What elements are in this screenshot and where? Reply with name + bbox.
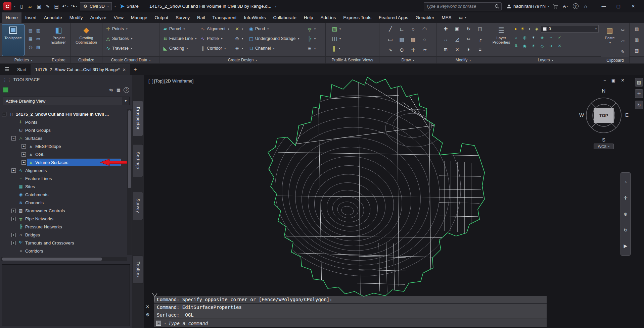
sample-lines-dropdown[interactable]: ∥▾ [330, 44, 342, 53]
layer-isolate-button[interactable]: ◎ [521, 34, 528, 41]
tree-item-14175-2-show-cut-and-fill-volume-in-civil[interactable]: −▯14175_2_Show Cut and Fill Volume in Ci… [0, 110, 127, 118]
collapse-toggle[interactable]: − [11, 136, 16, 141]
new-file-button[interactable]: ▯ [17, 2, 26, 11]
explode-button[interactable]: ✶ [464, 45, 473, 54]
rotate-button[interactable]: ↻ [464, 24, 473, 33]
drawing-canvas[interactable]: [−] [Top] [2D Wireframe] − ▣ ✕ ▤✛↻ N S W… [144, 75, 644, 328]
layer-lock-button[interactable]: ◈ [534, 25, 540, 32]
layer-unisolate-button[interactable]: ◉ [521, 42, 528, 49]
close-button[interactable]: ✕ [626, 1, 641, 11]
pan-button[interactable]: ✛ [622, 194, 630, 202]
design-center-button[interactable]: ▧ [34, 43, 43, 51]
panel-label-modify[interactable]: Modify▾ [436, 56, 490, 63]
scrollbar-thumb[interactable] [2, 258, 102, 261]
item-preview-icon[interactable]: ⇆ [109, 87, 113, 93]
layer-thaw-button[interactable]: ☀ [530, 42, 537, 49]
expand-toggle[interactable]: + [11, 168, 16, 173]
workspace-extra-arrow-icon[interactable]: ▾ [114, 5, 116, 8]
boundary-button[interactable]: ◌ [420, 35, 429, 44]
panel-label-explore[interactable]: Explore [47, 56, 70, 63]
menu-tab-analyze[interactable]: Analyze [87, 12, 110, 23]
layer-sun-button[interactable]: ☀ [519, 25, 526, 32]
panel-label-create-design[interactable]: Create Design▾ [159, 56, 325, 63]
layer-freeze-vp-button[interactable]: ◐ [526, 25, 533, 32]
gradient-button[interactable]: ▩ [409, 35, 418, 44]
mirror-button[interactable]: ◫ [476, 24, 485, 33]
panel-label-create-ground-data[interactable]: Create Ground Data▾ [102, 56, 159, 63]
panel-toggle-2-button[interactable]: ▥ [633, 35, 641, 44]
traverse-dropdown[interactable]: ∿Traverse▾ [104, 44, 134, 53]
redo-button[interactable]: ↷▾ [70, 2, 78, 11]
tree-item-surfaces[interactable]: −△Surfaces [0, 134, 127, 142]
expand-toggle[interactable]: + [11, 209, 16, 213]
menu-tab-add-ins[interactable]: Add-ins [317, 12, 339, 23]
surfaces-dropdown[interactable]: △Surfaces▾ [104, 34, 134, 43]
expand-toggle[interactable]: + [11, 233, 16, 237]
wcs-menu[interactable]: WCS ▾ [594, 144, 614, 149]
region-button[interactable]: ▱ [420, 45, 429, 54]
trim-button[interactable]: ✂ [464, 35, 473, 44]
menu-tab-output[interactable]: Output [151, 12, 172, 23]
tree-item-corridors[interactable]: ≡Corridors [0, 247, 127, 255]
plot-button[interactable]: ▤ [52, 2, 60, 11]
share-button[interactable]: Share [120, 4, 139, 9]
rectangle-button[interactable]: ▭ [386, 35, 395, 44]
circle-button[interactable]: ○ [409, 24, 418, 33]
layer-walk-button[interactable]: ⇅ [512, 42, 519, 49]
tree-item-point-groups[interactable]: ⊡Point Groups [0, 126, 127, 134]
panel-label-profile-section-views[interactable]: Profile & Section Views [326, 56, 379, 63]
assembly-dropdown[interactable]: ⊕▾ [233, 34, 245, 43]
layer-select[interactable]: 0 ▾ [541, 25, 599, 33]
tree-item-sites[interactable]: ▦Sites [0, 182, 127, 190]
expand-toggle[interactable]: + [21, 160, 26, 165]
orbit-button[interactable]: ↻ [622, 226, 630, 234]
subassembly-dropdown[interactable]: ⊖▾ [233, 44, 245, 53]
parts-builder-dropdown[interactable]: ⊞▾ [306, 44, 318, 53]
tree-item-pressure-networks[interactable]: ╠Pressure Networks [0, 223, 127, 231]
menu-tab-annotate[interactable]: Annotate [40, 12, 66, 23]
command-input[interactable]: Type a command [168, 321, 208, 326]
command-line-toggle-button[interactable]: ▭ [34, 34, 43, 43]
points-dropdown[interactable]: ✛Points▾ [104, 24, 134, 33]
toolspace-header[interactable]: ⋮⋮ TOOLSPACE [0, 75, 132, 85]
save-as-button[interactable]: ✎ [44, 2, 52, 11]
menu-tab-infraworks[interactable]: InfraWorks [240, 12, 270, 23]
command-customize-icon[interactable]: ⚙ [146, 312, 150, 317]
feature-line-dropdown[interactable]: ≋Feature Line▾ [162, 34, 197, 43]
tree-item-catchments[interactable]: ◉Catchments [0, 190, 127, 199]
layer-lock2-button[interactable]: ◈ [539, 34, 546, 41]
expand-toggle[interactable]: + [21, 152, 26, 157]
canvas-panel-2-button[interactable]: ✛ [635, 89, 643, 98]
compass-south[interactable]: S [602, 137, 605, 143]
expand-toggle[interactable]: + [11, 217, 16, 221]
underground-storage-dropdown[interactable]: ▢Underground Storage▾ [247, 34, 304, 43]
app-logo[interactable]: C [3, 2, 11, 10]
cut-button[interactable]: ✂ [618, 26, 627, 35]
ribbon-display-toggle[interactable]: ▭▾ [459, 12, 466, 23]
menu-tab-featured-apps[interactable]: Featured Apps [375, 12, 412, 23]
layer-unlock-button[interactable]: ◇ [539, 42, 546, 49]
menu-tab-view[interactable]: View [110, 12, 127, 23]
new-tab-button[interactable]: ＋ [130, 64, 140, 75]
tree-vertical-scrollbar[interactable] [127, 109, 132, 255]
pressure-network-dropdown[interactable]: ╠▾ [306, 34, 318, 43]
point-draw-button[interactable]: ✛ [409, 45, 418, 54]
tree-item-alignments[interactable]: +∿Alignments [0, 166, 127, 174]
full-navigation-wheel-button[interactable]: ◔ [622, 178, 630, 186]
menu-tab-mes[interactable]: MES [438, 12, 455, 23]
tree-item-turnouts-and-crossovers[interactable]: +ΨTurnouts and Crossovers [0, 239, 127, 247]
menu-tab-help[interactable]: Help [300, 12, 317, 23]
pipe-network-dropdown[interactable]: ╦▾ [306, 24, 318, 33]
compass-west[interactable]: W [579, 112, 584, 118]
line-button[interactable]: ╱ [386, 24, 395, 33]
menu-tab-manage[interactable]: Manage [127, 12, 151, 23]
save-button[interactable]: ▣ [35, 2, 43, 11]
menu-tab-home[interactable]: Home [2, 12, 21, 23]
showmotion-button[interactable]: ▶ [622, 242, 630, 250]
tree-item-bridges[interactable]: +∩Bridges [0, 231, 127, 239]
make-current-button[interactable]: ✓ [556, 34, 563, 41]
fillet-button[interactable]: ╭ [476, 35, 485, 44]
expand-toggle[interactable]: + [11, 241, 16, 245]
tree-item-pipe-networks[interactable]: +╦Pipe Networks [0, 215, 127, 223]
viewport-view-control[interactable]: [Top] [154, 78, 164, 84]
